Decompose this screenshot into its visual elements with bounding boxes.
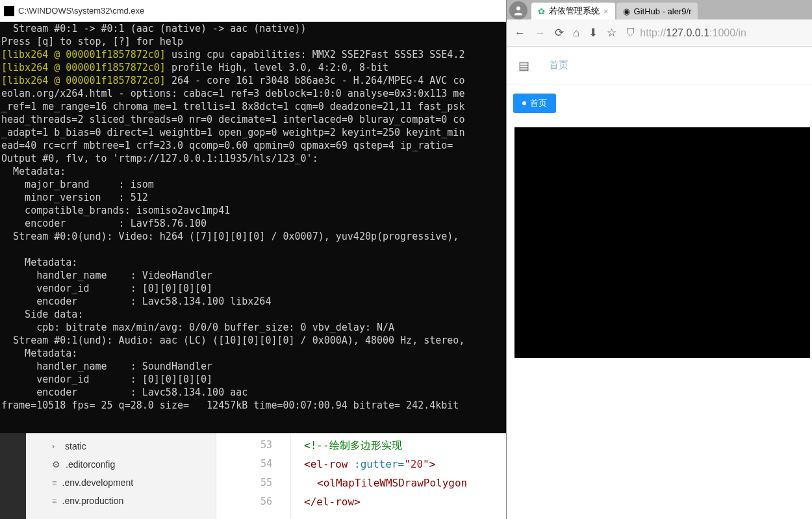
file-icon: ≡ <box>52 478 57 488</box>
forward-icon[interactable]: → <box>535 27 546 40</box>
dot-icon <box>522 101 526 105</box>
browser-viewport: ▤ 首页 首页 <box>507 47 812 519</box>
address-bar[interactable]: ⛉ http://127.0.0.1:1000/in <box>626 27 804 39</box>
activity-bar[interactable] <box>0 433 26 519</box>
browser-tab-active[interactable]: ✿ 若依管理系统 × <box>531 3 615 19</box>
file-icon: ≡ <box>52 496 57 506</box>
chevron-right-icon: › <box>52 442 60 451</box>
cmd-title-text: C:\WINDOWS\system32\cmd.exe <box>18 6 144 16</box>
back-icon[interactable]: ← <box>514 27 526 40</box>
github-icon: ◉ <box>623 6 630 16</box>
video-player[interactable] <box>514 127 810 358</box>
download-icon[interactable]: ⬇ <box>589 26 598 40</box>
browser-tab-github[interactable]: ◉ GitHub - aler9/r <box>616 3 698 19</box>
page-tabs: 首页 <box>507 84 812 122</box>
page-header: ▤ 首页 <box>507 47 812 84</box>
code-area[interactable]: <!--绘制多边形实现 <el-row :gutter="20"> <olMap… <box>290 433 506 519</box>
reload-icon[interactable]: ⟳ <box>555 26 564 40</box>
svg-point-0 <box>516 6 520 10</box>
line-gutter: 53 54 55 56 <box>216 433 290 519</box>
home-icon[interactable]: ⌂ <box>573 27 579 40</box>
browser-window: ✿ 若依管理系统 × ◉ GitHub - aler9/r ← → ⟳ ⌂ ⬇ … <box>506 0 812 519</box>
breadcrumb[interactable]: 首页 <box>549 59 568 71</box>
gear-icon: ⚙ <box>52 459 60 470</box>
tree-item-editorconfig[interactable]: ⚙.editorconfig <box>26 455 216 474</box>
tree-item-env-prod[interactable]: ≡.env.production <box>26 492 216 510</box>
close-icon[interactable]: × <box>603 6 609 16</box>
profile-avatar-icon[interactable] <box>509 1 527 19</box>
cmd-icon <box>4 6 14 16</box>
tree-item-env-dev[interactable]: ≡.env.development <box>26 474 216 492</box>
page-tab-home[interactable]: 首页 <box>513 94 556 113</box>
browser-toolbar: ← → ⟳ ⌂ ⬇ ☆ ⛉ http://127.0.0.1:1000/in <box>507 19 812 47</box>
cmd-output[interactable]: Stream #0:1 -> #0:1 (aac (native) -> aac… <box>0 22 506 433</box>
editor-pane: ›static ⚙.editorconfig ≡.env.development… <box>0 433 506 519</box>
shield-icon: ⛉ <box>626 27 636 39</box>
cmd-window: C:\WINDOWS\system32\cmd.exe Stream #0:1 … <box>0 0 506 433</box>
star-icon[interactable]: ☆ <box>607 26 616 40</box>
tree-item-static[interactable]: ›static <box>26 437 216 455</box>
cmd-titlebar[interactable]: C:\WINDOWS\system32\cmd.exe <box>0 0 506 22</box>
file-explorer[interactable]: ›static ⚙.editorconfig ≡.env.development… <box>26 433 216 519</box>
browser-tabbar: ✿ 若依管理系统 × ◉ GitHub - aler9/r <box>507 0 812 19</box>
leaf-icon: ✿ <box>538 6 545 16</box>
menu-toggle-icon[interactable]: ▤ <box>518 58 529 73</box>
